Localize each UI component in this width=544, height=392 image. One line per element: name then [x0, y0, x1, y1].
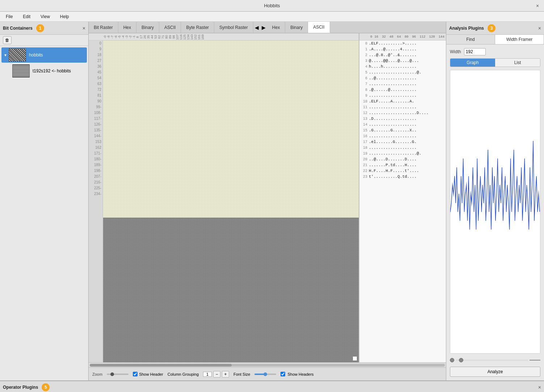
- tab-ascii-1[interactable]: ASCII: [159, 22, 181, 33]
- trash-icon: 🗑: [5, 38, 9, 43]
- bit-containers-toolbar: 🗑: [0, 35, 88, 46]
- table-row: 19....................@.: [359, 151, 446, 156]
- zoom-slider[interactable]: [107, 374, 128, 375]
- show-headers-checkbox-label[interactable]: Show Headers: [281, 372, 313, 376]
- table-row: 1.A....@......4......: [359, 46, 446, 52]
- operator-plugins-title: Operator Plugins: [3, 385, 38, 390]
- table-row: 20..@....D.......D....: [359, 156, 446, 162]
- table-row: 8.@......@...........: [359, 87, 446, 93]
- grouping-increment-button[interactable]: +: [222, 371, 229, 378]
- list-item[interactable]: ▼ hobbits: [1, 47, 87, 63]
- table-row: 11....................: [359, 104, 446, 110]
- table-row: 6..@.................: [359, 75, 446, 81]
- bit-containers-close-button[interactable]: ×: [83, 25, 85, 31]
- table-row: 23t'..........Q.td....: [359, 174, 446, 180]
- menu-bar: File Edit View Help: [0, 12, 544, 22]
- ascii-column-header: 0 16 32 48 64 80 96 112 128 144 160 176: [359, 33, 446, 41]
- analysis-plugins-badge: 3: [488, 24, 495, 32]
- tab-nav-next[interactable]: ▶: [260, 22, 267, 33]
- viewer-content: -0 -8 -7 -6 -5 -4 -3 -2 -1 8 17 26: [89, 33, 446, 362]
- raster-top-layer: [103, 41, 359, 218]
- bit-containers-header: Bit Containers 1 ×: [0, 22, 88, 35]
- tab-bit-raster[interactable]: Bit Raster: [89, 22, 118, 33]
- tab-list[interactable]: List: [495, 59, 540, 67]
- width-label: Width: [450, 49, 461, 54]
- column-grouping-input[interactable]: [203, 372, 212, 377]
- window-close-button[interactable]: ×: [534, 2, 541, 9]
- expand-icon: ▼: [4, 53, 7, 57]
- menu-view[interactable]: View: [38, 13, 53, 20]
- main-layout: Bit Containers 1 × 🗑 ▼ hobbits: [0, 22, 544, 380]
- container-label: t192s192 <- hobbits: [33, 68, 71, 73]
- container-list: ▼ hobbits t192s192 <- hobbits: [0, 46, 88, 380]
- ascii-content: 0.ELF..........>..... 1.A....@......4...…: [359, 41, 446, 180]
- table-row: 4h....h..............: [359, 64, 446, 69]
- viewer-tabs: Bit Raster Hex Binary ASCII Byte Raster …: [89, 22, 446, 33]
- list-item[interactable]: t192s192 <- hobbits: [10, 63, 87, 79]
- show-header-checkbox[interactable]: [133, 372, 138, 376]
- operator-plugins-panel: Operator Plugins 5 × Take Skip Header Fr…: [0, 380, 544, 392]
- table-row: 3@.....@@....@....@...: [359, 58, 446, 64]
- column-grouping-label: Column Grouping: [168, 372, 199, 376]
- zoom-label: Zoom: [92, 372, 102, 376]
- tab-find[interactable]: Find: [446, 35, 495, 44]
- tab-hex-2[interactable]: Hex: [267, 22, 285, 33]
- tab-binary-2[interactable]: Binary: [285, 22, 308, 33]
- table-row: 14....................: [359, 122, 446, 127]
- horizontal-scrollbar[interactable]: [89, 362, 446, 367]
- analysis-plugins-title: Analysis Plugins: [449, 26, 484, 31]
- analysis-main-tabs: Find Width Framer: [446, 35, 544, 45]
- show-headers-label: Show Headers: [287, 372, 313, 376]
- menu-file[interactable]: File: [3, 13, 16, 20]
- viewer-panel: Bit Raster Hex Binary ASCII Byte Raster …: [89, 22, 446, 380]
- operator-plugins-close-button[interactable]: ×: [538, 384, 541, 390]
- table-row: 10.ELF.....A.......A.: [359, 98, 446, 104]
- show-header-checkbox-label[interactable]: Show Header: [133, 372, 163, 376]
- raster-pane: -0 -8 -7 -6 -5 -4 -3 -2 -1 8 17 26: [89, 33, 359, 362]
- raster-bottom-layer: [103, 218, 359, 362]
- raster-corner-checkbox[interactable]: [353, 356, 357, 361]
- window-title: Hobbits: [264, 3, 280, 8]
- graph-slider[interactable]: [456, 359, 528, 361]
- table-row: 7....................: [359, 81, 446, 87]
- show-headers-checkbox[interactable]: [281, 372, 285, 376]
- table-row: 15.G.......G.......X..: [359, 127, 446, 133]
- table-row: 0.ELF..........>.....: [359, 41, 446, 46]
- table-row: 9....................: [359, 93, 446, 98]
- analysis-plugins-header: Analysis Plugins 3 ×: [446, 22, 544, 35]
- delete-container-button[interactable]: 🗑: [3, 36, 12, 44]
- table-row: 18....................: [359, 145, 446, 151]
- tab-hex-1[interactable]: Hex: [118, 22, 136, 33]
- graph-slider-thumb[interactable]: [450, 358, 454, 362]
- graph-display: [450, 70, 540, 354]
- table-row: 16....................: [359, 133, 446, 139]
- analysis-content: Width Graph List Analyze: [446, 45, 544, 380]
- container-label: hobbits: [29, 52, 43, 58]
- analysis-plugins-panel: Analysis Plugins 3 × Find Width Framer W…: [446, 22, 544, 380]
- analysis-plugins-close-button[interactable]: ×: [538, 25, 541, 31]
- tab-symbol-raster[interactable]: Symbol Raster: [214, 22, 253, 33]
- tab-nav-prev[interactable]: ◀: [253, 22, 260, 33]
- tab-graph[interactable]: Graph: [450, 59, 495, 67]
- tab-byte-raster[interactable]: Byte Raster: [181, 22, 214, 33]
- table-row: 5....................@.: [359, 69, 446, 75]
- table-row: 22H.F....H.F.....t'....: [359, 168, 446, 174]
- table-row: 17.el.......G.......G.: [359, 139, 446, 145]
- menu-edit[interactable]: Edit: [20, 13, 33, 20]
- font-size-slider[interactable]: [254, 374, 276, 375]
- width-row: Width: [450, 48, 540, 55]
- menu-help[interactable]: Help: [57, 13, 72, 20]
- tab-binary-1[interactable]: Binary: [136, 22, 159, 33]
- analyze-button[interactable]: Analyze: [450, 367, 540, 377]
- graph-list-tabs: Graph List: [450, 58, 540, 67]
- tab-width-framer[interactable]: Width Framer: [495, 35, 544, 44]
- tab-ascii-2[interactable]: ASCII: [308, 22, 330, 33]
- table-row: 21.......P.td....H....: [359, 162, 446, 168]
- width-input[interactable]: [464, 48, 486, 55]
- bit-containers-title: Bit Containers: [3, 26, 33, 31]
- raster-display[interactable]: [103, 41, 359, 362]
- bit-containers-panel: Bit Containers 1 × 🗑 ▼ hobbits: [0, 22, 89, 380]
- grouping-decrement-button[interactable]: −: [213, 371, 220, 378]
- table-row: 13.D..................: [359, 116, 446, 122]
- graph-marker: [530, 360, 540, 361]
